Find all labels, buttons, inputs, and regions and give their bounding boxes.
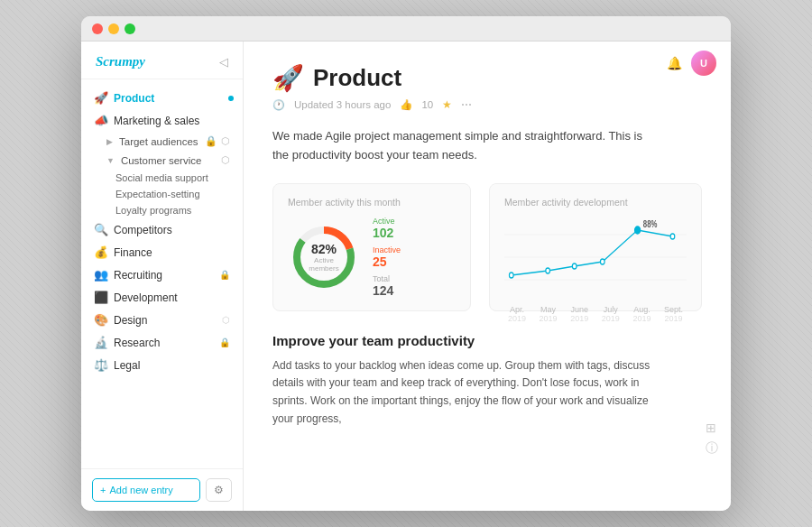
improve-text: Add tasks to your backlog when ideas com… [272, 357, 651, 429]
traffic-lights [92, 23, 135, 34]
page-title: Product [313, 64, 401, 92]
sidebar-item-label-design: Design [114, 314, 147, 327]
sidebar-item-marketing[interactable]: 📣 Marketing & sales [81, 109, 243, 132]
lock-icon-research: 🔒 [219, 337, 230, 347]
x-label-apr: Apr.2019 [508, 305, 526, 323]
info-icon[interactable]: ⓘ [706, 440, 718, 457]
line-chart-wrap: 88% [504, 217, 687, 298]
sidebar-item-customer[interactable]: ▼ Customer service ⬡ [81, 151, 243, 170]
more-icon[interactable]: ⋯ [461, 98, 472, 111]
main-header: 🔔 U [667, 51, 716, 76]
sidebar-item-expectation[interactable]: Expectation-setting [81, 186, 243, 202]
sidebar-item-target[interactable]: ▶ Target audiences 🔒 ⬡ [81, 132, 243, 151]
total-label: Total [373, 274, 401, 283]
app-window: Scrumpy ◁ 🚀 Product 📣 Marketing & sales [81, 16, 731, 511]
settings-icon: ⚙ [214, 484, 224, 496]
sidebar-item-product[interactable]: 🚀 Product [81, 87, 243, 109]
line-chart-svg: 88% [504, 217, 687, 298]
sidebar-item-design[interactable]: 🎨 Design ⬡ [81, 309, 243, 331]
sidebar-item-development[interactable]: ⬛ Development [81, 286, 243, 309]
app-body: Scrumpy ◁ 🚀 Product 📣 Marketing & sales [81, 42, 731, 511]
x-label-may: May2019 [540, 305, 558, 323]
development-chart: Member activity development 88% [489, 183, 702, 311]
grid-icon[interactable]: ⊞ [706, 421, 718, 435]
customer-icons: ⬡ [221, 154, 230, 166]
donut-label: 82% Active members [306, 242, 342, 273]
donut-content: 82% Active members Active 102 [288, 217, 456, 298]
sidebar-nav: 🚀 Product 📣 Marketing & sales ▶ Target a… [81, 79, 243, 468]
recruiting-emoji: 👥 [94, 268, 108, 282]
bell-icon[interactable]: 🔔 [667, 56, 682, 70]
active-label: Active [373, 217, 401, 226]
lock-icon-recruiting: 🔒 [219, 270, 230, 280]
marketing-emoji: 📣 [94, 114, 108, 127]
donut-svg-wrap: 82% Active members [288, 221, 360, 293]
sidebar-item-label-target: Target audiences [119, 136, 198, 147]
improve-section: Improve your team productivity Add tasks… [272, 333, 702, 429]
development-emoji: ⬛ [94, 291, 108, 304]
legal-emoji: ⚖️ [94, 358, 108, 372]
member-activity-chart: Member activity this month [272, 183, 471, 311]
svg-point-11 [635, 227, 641, 234]
settings-button[interactable]: ⚙ [206, 478, 232, 502]
x-label-aug: Aug.2019 [632, 305, 651, 323]
inactive-value: 25 [373, 254, 401, 269]
sidebar-collapse-button[interactable]: ◁ [219, 55, 228, 69]
sidebar-item-label-product: Product [114, 92, 154, 105]
close-button[interactable] [92, 23, 103, 34]
main-body: 🚀 Product 🕐 Updated 3 hours ago 👍 10 ★ ⋯… [244, 42, 731, 511]
sidebar-item-label-recruiting: Recruiting [114, 269, 162, 282]
sidebar-item-loyalty[interactable]: Loyalty programs [81, 202, 243, 218]
sidebar-item-research[interactable]: 🔬 Research 🔒 [81, 331, 243, 354]
x-labels: Apr.2019 May2019 June2019 July2019 [504, 305, 687, 323]
page-emoji: 🚀 [272, 63, 304, 93]
x-label-july: July2019 [602, 305, 620, 323]
sidebar-item-label-research: Research [114, 337, 160, 349]
maximize-button[interactable] [125, 23, 135, 34]
add-entry-label: Add new entry [109, 485, 172, 495]
sidebar-item-label-customer: Customer service [121, 155, 201, 166]
thumbs-up-icon: 👍 [400, 98, 412, 111]
svg-point-7 [509, 273, 513, 278]
sidebar-item-competitors[interactable]: 🔍 Competitors [81, 218, 243, 241]
add-entry-button[interactable]: + Add new entry [92, 478, 200, 502]
add-icon: + [100, 485, 106, 495]
updated-text: Updated 3 hours ago [294, 99, 391, 110]
sidebar-item-label-marketing: Marketing & sales [114, 115, 199, 127]
share-icon-target: ⬡ [221, 135, 230, 147]
donut-sub-label: Active members [306, 256, 342, 273]
sidebar-item-label-loyalty: Loyalty programs [115, 205, 191, 216]
likes-count[interactable]: 10 [421, 99, 433, 110]
sidebar-item-finance[interactable]: 💰 Finance [81, 241, 243, 264]
likes-value: 10 [421, 99, 433, 110]
x-label-sept: Sept.2019 [664, 305, 683, 323]
page-description: We made Agile project management simple … [272, 127, 651, 165]
sidebar-item-legal[interactable]: ⚖️ Legal [81, 354, 243, 376]
total-value: 124 [373, 283, 401, 298]
sidebar-item-recruiting[interactable]: 👥 Recruiting 🔒 [81, 264, 243, 286]
sidebar-item-label-development: Development [114, 291, 178, 304]
clock-icon: 🕐 [272, 99, 285, 111]
donut-chart-title: Member activity this month [288, 197, 456, 208]
sidebar-item-label-social: Social media support [115, 172, 208, 183]
legend-inactive: Inactive 25 [373, 245, 401, 269]
svg-point-9 [572, 264, 577, 269]
sidebar-item-social[interactable]: Social media support [81, 170, 243, 186]
x-label-june: June2019 [570, 305, 588, 323]
research-emoji: 🔬 [94, 336, 108, 349]
page-meta: 🕐 Updated 3 hours ago 👍 10 ★ ⋯ [272, 98, 702, 111]
page-title-row: 🚀 Product [272, 63, 702, 93]
donut-percentage: 82% [306, 242, 342, 256]
star-icon[interactable]: ★ [442, 98, 452, 111]
right-side-icons: ⊞ ⓘ [706, 421, 718, 457]
svg-point-10 [600, 259, 604, 264]
minimize-button[interactable] [108, 23, 119, 34]
line-chart-title: Member activity development [504, 197, 687, 208]
lock-icon-target: 🔒 [205, 135, 217, 147]
avatar[interactable]: U [691, 51, 716, 76]
improve-title: Improve your team productivity [272, 333, 702, 348]
active-value: 102 [373, 226, 401, 240]
expand-arrow-customer: ▼ [106, 156, 115, 165]
svg-point-8 [546, 268, 550, 273]
competitors-emoji: 🔍 [94, 223, 108, 236]
